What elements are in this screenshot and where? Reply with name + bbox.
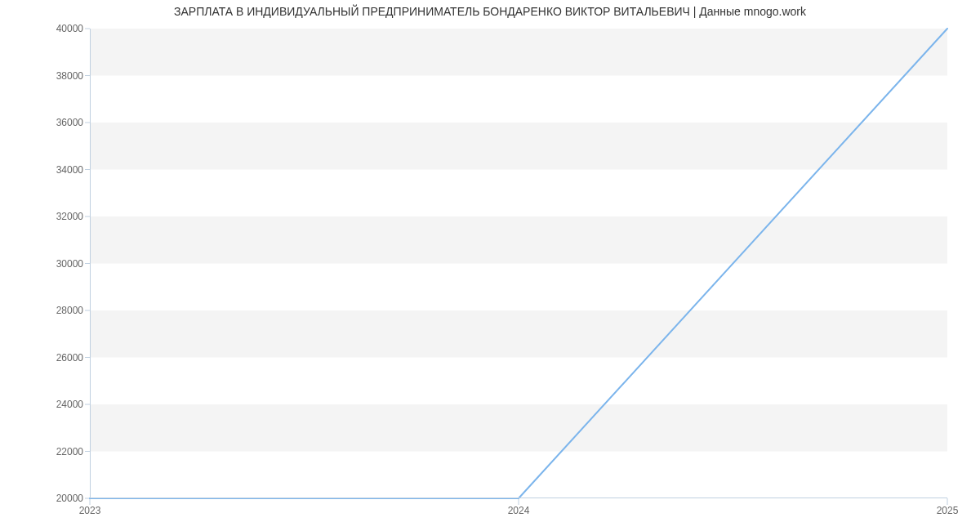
chart-svg xyxy=(90,29,947,498)
plot-area: 2000022000240002600028000300003200034000… xyxy=(90,29,947,498)
grid-band xyxy=(90,404,947,452)
grid-band xyxy=(90,264,947,311)
grid-band xyxy=(90,310,947,358)
y-tick-label: 32000 xyxy=(56,211,90,222)
grid-band xyxy=(90,123,947,170)
y-tick-label: 36000 xyxy=(56,117,90,128)
y-tick-label: 24000 xyxy=(56,399,90,410)
x-tick-label: 2024 xyxy=(508,498,530,516)
grid-bands xyxy=(90,29,947,498)
grid-band xyxy=(90,76,947,123)
y-axis-line xyxy=(90,29,91,498)
grid-band xyxy=(90,452,947,499)
y-tick-label: 38000 xyxy=(56,70,90,82)
chart-title: ЗАРПЛАТА В ИНДИВИДУАЛЬНЫЙ ПРЕДПРИНИМАТЕЛ… xyxy=(0,5,980,18)
grid-band xyxy=(90,170,947,217)
chart-container: ЗАРПЛАТА В ИНДИВИДУАЛЬНЫЙ ПРЕДПРИНИМАТЕЛ… xyxy=(0,0,980,531)
grid-band xyxy=(90,29,947,76)
y-tick-label: 28000 xyxy=(56,305,90,316)
y-tick-label: 40000 xyxy=(56,23,90,34)
y-tick-label: 34000 xyxy=(56,164,90,176)
x-tick-label: 2023 xyxy=(79,498,101,516)
grid-band xyxy=(90,358,947,405)
y-tick-label: 30000 xyxy=(56,258,90,270)
y-tick-label: 26000 xyxy=(56,352,90,364)
y-tick-label: 22000 xyxy=(56,446,90,457)
grid-band xyxy=(90,216,947,264)
x-tick-label: 2025 xyxy=(937,498,959,516)
